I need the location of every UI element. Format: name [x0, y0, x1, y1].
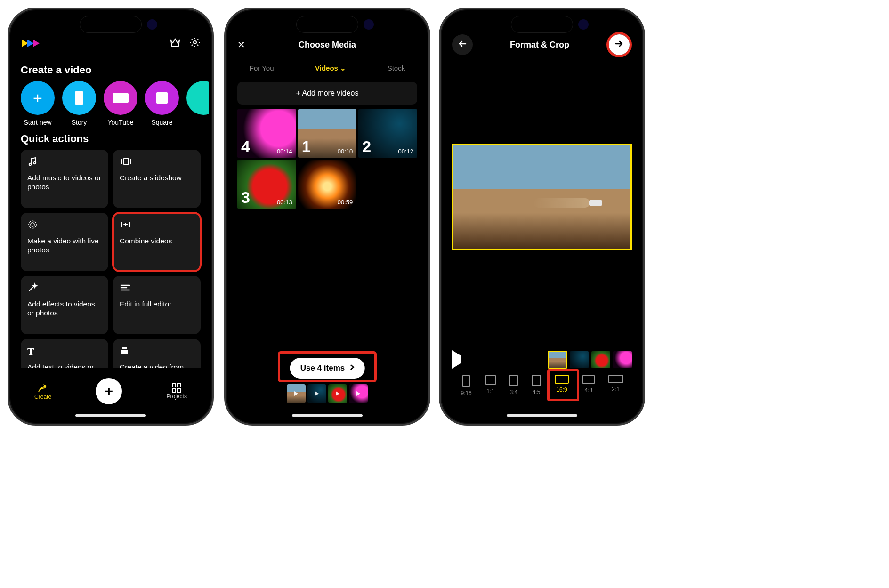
- qa-combine-videos[interactable]: Combine videos: [113, 213, 201, 271]
- premium-icon[interactable]: [170, 37, 181, 49]
- tab-projects[interactable]: Projects: [167, 383, 187, 400]
- tab-videos[interactable]: Videos ⌄: [312, 60, 349, 76]
- selection-index: 3: [241, 188, 250, 207]
- ratio-label: 9:16: [461, 390, 471, 396]
- chevron-right-icon: [349, 363, 354, 373]
- svg-rect-11: [178, 389, 181, 392]
- selection-tray: [287, 384, 368, 403]
- bottom-tabbar: Create + Projects: [12, 368, 209, 421]
- story-icon: [75, 91, 83, 105]
- ratio-label: 3:4: [510, 389, 518, 395]
- tab-create[interactable]: Create: [34, 382, 51, 400]
- qa-add-music[interactable]: Add music to videos or photos: [21, 150, 108, 208]
- live-photo-icon: [27, 219, 38, 232]
- ratio-label: 4:5: [533, 389, 541, 395]
- slideshow-icon: [120, 157, 133, 168]
- settings-icon[interactable]: [189, 37, 201, 50]
- tray-item[interactable]: [349, 384, 368, 403]
- format-story[interactable]: Story: [62, 81, 96, 126]
- combine-icon: [120, 220, 132, 231]
- svg-rect-9: [178, 384, 181, 387]
- button-label: + Add more videos: [296, 89, 359, 97]
- svg-point-5: [29, 221, 36, 228]
- media-duration: 00:59: [338, 199, 353, 206]
- use-items-button[interactable]: Use 4 items: [290, 358, 365, 379]
- arrow-right-icon: [615, 40, 623, 49]
- qa-add-effects[interactable]: Add effects to videos or photos: [21, 276, 108, 334]
- media-duration: 00:13: [277, 199, 292, 206]
- tab-for-you[interactable]: For You: [247, 60, 277, 76]
- crop-preview[interactable]: [452, 144, 632, 250]
- aspect-ratio-list: 9:16 1:1 3:4 4:5 16:9 4:3 2:1: [444, 375, 640, 396]
- clip-strip: [444, 351, 640, 368]
- preview-detail: [589, 200, 602, 206]
- media-item[interactable]: 3 00:13: [237, 160, 296, 208]
- quick-actions-title: Quick actions: [21, 133, 201, 145]
- ratio-label: 1:1: [486, 388, 494, 395]
- chevron-down-icon: ⌄: [340, 64, 346, 72]
- media-grid: 4 00:14 1 00:10 2 00:12 3 00:13 00:59: [237, 109, 417, 209]
- format-more[interactable]: [186, 81, 209, 126]
- format-label: Story: [62, 119, 96, 126]
- media-duration: 00:12: [398, 148, 413, 155]
- ratio-16-9[interactable]: 16:9: [555, 375, 569, 396]
- ratio-1-1[interactable]: 1:1: [485, 375, 496, 396]
- clip-thumb[interactable]: [613, 351, 632, 368]
- media-tabs: For You Videos ⌄ Stock: [229, 60, 426, 76]
- text-icon: T: [27, 346, 34, 358]
- qa-create-slideshow[interactable]: Create a slideshow: [113, 150, 201, 208]
- clip-thumb[interactable]: [591, 351, 610, 368]
- ratio-label: 4:3: [584, 387, 592, 394]
- ratio-9-16[interactable]: 9:16: [461, 375, 471, 396]
- stock-icon: [120, 346, 129, 357]
- qa-live-photos[interactable]: Make a video with live photos: [21, 213, 108, 271]
- svg-point-0: [194, 41, 196, 44]
- tray-item[interactable]: [328, 384, 347, 403]
- music-icon: [27, 156, 38, 169]
- arrow-left-icon: [458, 40, 467, 49]
- ratio-4-3[interactable]: 4:3: [582, 375, 595, 396]
- fab-add-button[interactable]: +: [96, 378, 122, 404]
- card-title: Edit in full editor: [120, 299, 194, 308]
- add-more-videos-button[interactable]: + Add more videos: [237, 82, 417, 105]
- play-icon: [452, 350, 461, 369]
- plus-icon: +: [33, 89, 42, 107]
- close-icon[interactable]: ✕: [237, 39, 245, 50]
- tab-stock[interactable]: Stock: [385, 60, 408, 76]
- svg-point-1: [29, 163, 31, 165]
- tray-item[interactable]: [287, 384, 306, 403]
- card-title: Create a slideshow: [120, 173, 194, 182]
- card-title: Add effects to videos or photos: [27, 299, 102, 318]
- selection-index: 1: [302, 137, 311, 156]
- app-logo-icon: [21, 37, 47, 50]
- youtube-icon: [113, 93, 129, 103]
- square-icon: [156, 92, 168, 104]
- qa-full-editor[interactable]: Edit in full editor: [113, 276, 201, 334]
- home-indicator: [507, 414, 577, 417]
- media-item[interactable]: 00:59: [298, 160, 357, 208]
- media-item[interactable]: 2 00:12: [358, 109, 417, 158]
- button-label: Use 4 items: [300, 363, 345, 373]
- format-start-new[interactable]: + Start new: [21, 81, 55, 126]
- next-button[interactable]: [609, 34, 630, 55]
- play-button[interactable]: [452, 355, 461, 364]
- back-button[interactable]: [452, 34, 473, 55]
- media-item[interactable]: 4 00:14: [237, 109, 296, 158]
- svg-rect-10: [172, 389, 176, 392]
- home-indicator: [292, 414, 363, 417]
- svg-rect-7: [122, 347, 127, 349]
- format-label: Start new: [21, 119, 55, 126]
- tray-item[interactable]: [307, 384, 326, 403]
- ratio-3-4[interactable]: 3:4: [509, 375, 518, 396]
- ratio-2-1[interactable]: 2:1: [608, 375, 623, 396]
- ratio-4-5[interactable]: 4:5: [532, 375, 541, 396]
- plus-icon: +: [105, 383, 113, 399]
- format-square[interactable]: Square: [145, 81, 179, 126]
- format-youtube[interactable]: YouTube: [104, 81, 137, 126]
- preview-detail: [533, 198, 590, 208]
- clip-thumb[interactable]: [548, 351, 567, 368]
- media-item[interactable]: 1 00:10: [298, 109, 357, 158]
- page-title: Choose Media: [299, 40, 356, 50]
- home-indicator: [75, 414, 146, 417]
- clip-thumb[interactable]: [570, 351, 589, 368]
